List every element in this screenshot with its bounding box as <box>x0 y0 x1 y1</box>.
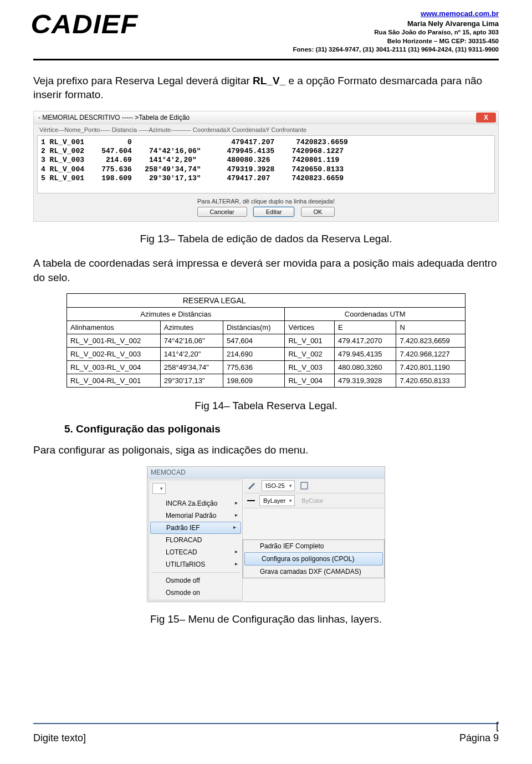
table-row: RL_V_001-RL_V_00274°42'16,06"547,604RL_V… <box>67 334 466 348</box>
reserva-legal-table: RESERVA LEGAL Azimutes e Distâncias Coor… <box>66 293 466 388</box>
menu-item-padrao-ief[interactable]: Padrão IEF <box>150 522 241 534</box>
menu-item-lotecad[interactable]: LOTECAD <box>149 546 242 558</box>
contact-addr1: Rua São João do Paraíso, nº 15, apto 303 <box>293 28 499 37</box>
dialog-title-text: - MEMORIAL DESCRITIVO ----- >Tabela de E… <box>38 114 190 121</box>
dialog-titlebar: - MEMORIAL DESCRITIVO ----- >Tabela de E… <box>34 111 498 124</box>
menu-item-osmode-on[interactable]: Osmode on <box>149 587 242 599</box>
edit-table-dialog: - MEMORIAL DESCRITIVO ----- >Tabela de E… <box>33 111 499 222</box>
dialog-button-row: Cancelar Editar OK <box>34 207 498 221</box>
page-header: CADIEF www.memocad.com.br Maria Nely Alv… <box>33 9 499 60</box>
footer-rule <box>33 723 499 724</box>
col-head: E <box>335 321 396 334</box>
rl-h1: Azimutes e Distâncias <box>67 308 285 321</box>
footer-bracket: [ <box>496 720 499 732</box>
logo: CADIEF <box>30 9 138 39</box>
main-menu: INCRA 2a.Edição Memorial Padrão Padrão I… <box>149 480 243 600</box>
col-head: Vértices <box>285 321 335 334</box>
menu-screenshot: MEMOCAD INCRA 2a.Edição Memorial Padrão … <box>147 466 385 602</box>
section-5-heading: 5. Configuração das poligonais <box>64 423 499 435</box>
contact-phones: Fones: (31) 3264-9747, (31) 3041-2111 (3… <box>293 45 499 54</box>
menu-app-name[interactable]: MEMOCAD <box>147 467 385 478</box>
menu-item-utilitarios[interactable]: UTILITaRIOS <box>149 558 242 571</box>
paragraph-2: A tabela de coordenadas será impressa e … <box>33 256 499 284</box>
submenu-padrao-ief: Padrão IEF Completo Configura os polígon… <box>243 539 385 578</box>
col-head: Azimutes <box>160 321 223 334</box>
prefix-bold: RL_V_ <box>253 75 285 86</box>
contact-name: Maria Nely Alvarenga Lima <box>293 19 499 29</box>
fig13-caption: Fig 13– Tabela de edição de dados da Res… <box>33 233 499 245</box>
tool-icon[interactable] <box>247 481 257 491</box>
website-link[interactable]: www.memocad.com.br <box>421 9 499 18</box>
cancel-button[interactable]: Cancelar <box>197 207 247 217</box>
fig14-caption: Fig 14– Tabela Reserva Legal. <box>33 400 499 412</box>
bycolor-label: ByColor <box>299 497 323 504</box>
page-footer: [ Digite texto] Página 9 <box>33 732 499 744</box>
submenu-item-cpol[interactable]: Configura os polígonos (CPOL) <box>244 552 383 566</box>
dialog-data-rows[interactable]: 1 RL_V_001 0 479417.207 7420823.6659 2 R… <box>37 135 495 193</box>
menu-item-osmode-off[interactable]: Osmode off <box>149 574 242 587</box>
menu-item-floracad[interactable]: FLORACAD <box>149 534 242 546</box>
paragraph-1: Veja prefixo para Reserva Legal deverá d… <box>33 74 499 102</box>
iso-dropdown[interactable]: ISO-25 <box>262 480 295 491</box>
tool-icon[interactable] <box>299 481 309 491</box>
table-row: RL_V_002-RL_V_003141°4'2,20"214,690RL_V_… <box>67 348 466 361</box>
fig15-caption: Fig 15– Menu de Configuração das linhas,… <box>33 613 499 625</box>
toolbar-row-1: ISO-25 <box>244 478 385 493</box>
ok-button[interactable]: OK <box>301 207 335 217</box>
contact-block: www.memocad.com.br Maria Nely Alvarenga … <box>293 9 499 54</box>
submenu-item-camadas[interactable]: Grava camadas DXF (CAMADAS) <box>243 566 384 578</box>
paragraph-3: Para configurar as poligonais, siga as i… <box>33 443 499 457</box>
line-icon <box>247 500 255 501</box>
toolbar-row-2: ByLayer ByColor <box>244 493 385 508</box>
menu-item-memorial[interactable]: Memorial Padrão <box>149 510 242 522</box>
edit-button[interactable]: Editar <box>253 207 295 217</box>
table-row[interactable]: 3 RL_V_003 214.69 141°4'2,20" 480080.326… <box>41 156 339 164</box>
table-row: RL_V_003-RL_V_004258°49'34,74"775,636RL_… <box>67 361 466 374</box>
text: Veja prefixo para Reserva Legal deverá d… <box>33 75 253 86</box>
toolbar-dropdown[interactable] <box>152 483 166 494</box>
bylayer-dropdown[interactable]: ByLayer <box>259 495 295 506</box>
rl-title: RESERVA LEGAL <box>67 294 466 308</box>
table-row[interactable]: 2 RL_V_002 547.604 74°42'16,06" 479945.4… <box>41 147 344 155</box>
table-row: RL_V_004-RL_V_00129°30'17,13"198,609RL_V… <box>67 374 466 388</box>
col-head: Distâncias(m) <box>223 321 285 334</box>
col-head: N <box>396 321 466 334</box>
rl-h2: Coordenadas UTM <box>285 308 466 321</box>
svg-rect-0 <box>301 482 308 489</box>
table-row[interactable]: 4 RL_V_004 775.636 258°49'34,74" 479319.… <box>41 165 344 174</box>
menu-item-incra[interactable]: INCRA 2a.Edição <box>149 497 242 510</box>
table-row[interactable]: 5 RL_V_001 198.609 29°30'17,13" 479417.2… <box>41 174 344 182</box>
submenu-item-completo[interactable]: Padrão IEF Completo <box>243 540 384 552</box>
col-head: Alinhamentos <box>67 321 161 334</box>
footer-left: Digite texto] <box>33 732 86 744</box>
table-row[interactable]: 1 RL_V_001 0 479417.207 7420823.6659 <box>41 138 348 146</box>
close-icon[interactable]: X <box>476 113 496 123</box>
footer-right: Página 9 <box>459 732 499 744</box>
menu-separator <box>151 572 240 573</box>
contact-addr2: Belo Horizonte – MG CEP: 30315-450 <box>293 37 499 46</box>
dialog-column-header: Vértice---Nome_Ponto----- Distancia ----… <box>34 124 498 135</box>
dialog-hint: Para ALTERAR, dê clique duplo na linha d… <box>34 193 498 207</box>
